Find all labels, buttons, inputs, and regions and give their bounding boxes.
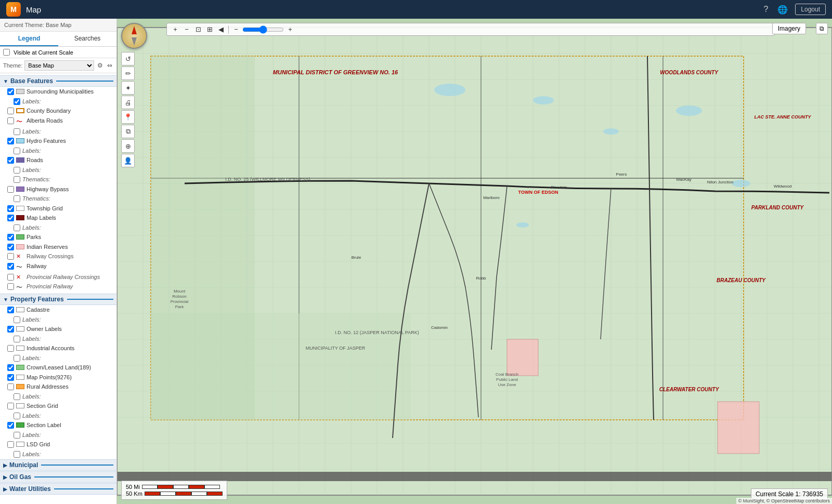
indian-reserves-symbol (16, 244, 24, 249)
legend-scroll[interactable]: ▼ Base Features Surrounding Municipaliti… (0, 73, 116, 504)
hydro-features-checkbox[interactable] (7, 138, 14, 144)
r-labels-checkbox[interactable] (14, 167, 20, 174)
alberta-roads-checkbox[interactable] (7, 117, 14, 124)
minus-button[interactable]: − (231, 25, 241, 34)
railway-crossings-checkbox[interactable] (7, 253, 14, 260)
print-tool[interactable]: 🖨 (121, 96, 135, 109)
zoom-in-tool[interactable]: ↺ (121, 52, 135, 65)
section-label-checkbox[interactable] (7, 422, 14, 429)
label-coal-branch: Coal Branch (496, 372, 518, 377)
theme-select[interactable]: Base Map (24, 60, 94, 71)
indian-reserves-checkbox[interactable] (7, 244, 14, 250)
parks-checkbox[interactable] (7, 234, 14, 241)
zoom-in-button[interactable]: + (170, 25, 180, 34)
zoom-out-button[interactable]: − (181, 25, 192, 34)
window-button[interactable]: ⧉ (816, 23, 828, 34)
edit-tool[interactable]: ✦ (121, 81, 135, 95)
c-labels-checkbox[interactable] (14, 316, 20, 323)
ra-labels-checkbox[interactable] (14, 393, 20, 400)
railway-checkbox[interactable] (7, 263, 14, 270)
section-oil-gas[interactable]: ▶ Oil Gas (0, 471, 116, 483)
scale-seg-km-3 (176, 492, 191, 496)
county-boundary-checkbox[interactable] (7, 108, 14, 114)
map-points-checkbox[interactable] (7, 374, 14, 381)
draw-tool[interactable]: ✏ (121, 67, 135, 80)
list-item: Industrial Accounts (0, 343, 116, 353)
sidebar-tabs: Legend Searches (0, 32, 116, 47)
globe-icon[interactable]: 🌐 (775, 3, 790, 17)
list-item: Labels: (0, 392, 116, 402)
tab-legend[interactable]: Legend (0, 32, 58, 46)
ml-labels-checkbox[interactable] (14, 224, 20, 231)
crown-leased-checkbox[interactable] (7, 364, 14, 371)
list-item: Labels: (0, 334, 116, 344)
hf-labels-checkbox[interactable] (14, 148, 20, 154)
prov-rc-symbol: ✕ (16, 273, 24, 282)
section-grid-checkbox[interactable] (7, 403, 14, 409)
section-property-features[interactable]: ▼ Property Features (0, 294, 116, 305)
section-base-features[interactable]: ▼ Base Features (0, 75, 116, 87)
prov-railway-checkbox[interactable] (7, 283, 14, 290)
lsd-grid-symbol (16, 442, 24, 447)
theme-settings-icon[interactable]: ⚙ (96, 61, 104, 70)
section-water-utilities[interactable]: ▶ Water Utilities (0, 483, 116, 495)
pin-tool[interactable]: 📍 (121, 110, 135, 124)
list-item: Rural Addresses (0, 382, 116, 392)
label-pinedale: Pinedale (551, 185, 567, 190)
visible-scale-checkbox[interactable] (3, 49, 10, 56)
cadastre-checkbox[interactable] (7, 307, 14, 313)
topbar: M Map ? 🌐 Logout (0, 0, 832, 19)
help-icon[interactable]: ? (761, 3, 770, 16)
section-municipal[interactable]: ▶ Municipal (0, 459, 116, 471)
sl-labels-checkbox[interactable] (14, 432, 20, 439)
r-thematics-checkbox[interactable] (14, 176, 20, 183)
label-mount-robson: Mount (174, 289, 186, 294)
lsd-grid-checkbox[interactable] (7, 441, 14, 448)
sg-labels-checkbox[interactable] (14, 413, 20, 419)
township-grid-checkbox[interactable] (7, 205, 14, 212)
tab-searches[interactable]: Searches (58, 32, 116, 46)
identify-tool[interactable]: ⊕ (121, 139, 135, 153)
label-lac-ste-anne: LAC STE. ANNE COUNTY (754, 114, 811, 120)
surrounding-municipalities-checkbox[interactable] (7, 88, 14, 95)
label-parkland: PARKLAND COUNTY (751, 205, 804, 210)
lsd-labels-checkbox[interactable] (14, 451, 20, 458)
industrial-accounts-checkbox[interactable] (7, 345, 14, 352)
map-canvas[interactable]: MUNICIPAL DISTRICT OF GREENVIEW NO. 16 W… (117, 19, 832, 504)
scale-bar: 50 Mi 50 Km (121, 481, 227, 500)
list-item: Thematics: (0, 175, 116, 184)
main-layout: Current Theme: Base Map Legend Searches … (0, 19, 832, 504)
map-area[interactable]: ↺ ✏ ✦ 🖨 📍 ⧉ ⊕ 👤 + − ⊡ ⊞ ◀ − + Imagery ⧉ (117, 19, 832, 504)
imagery-button[interactable]: Imagery (772, 23, 806, 34)
svg-point-55 (676, 105, 702, 116)
zoom-extent-button[interactable]: ⊡ (193, 25, 203, 34)
ar-labels-checkbox[interactable] (14, 128, 20, 135)
compass[interactable] (121, 23, 147, 49)
list-item: Section Label (0, 420, 116, 430)
compass-north-arrow (132, 26, 137, 34)
user-tool[interactable]: 👤 (121, 154, 135, 167)
logout-button[interactable]: Logout (795, 4, 826, 15)
svg-rect-52 (151, 56, 255, 420)
plus-button[interactable]: + (285, 25, 295, 34)
list-item: County Boundary (0, 106, 116, 116)
sm-labels-checkbox[interactable] (14, 98, 20, 105)
highway-bypass-checkbox[interactable] (7, 186, 14, 193)
label-woodlands: WOODLANDS COUNTY (660, 70, 719, 75)
owner-labels-checkbox[interactable] (7, 326, 14, 333)
ia-labels-checkbox[interactable] (14, 355, 20, 362)
roads-checkbox[interactable] (7, 157, 14, 164)
transparency-slider[interactable] (242, 25, 284, 34)
rural-addresses-checkbox[interactable] (7, 383, 14, 390)
map-labels-checkbox[interactable] (7, 215, 14, 221)
label-brazeau: BRAZEAU COUNTY (717, 277, 766, 283)
theme-split-icon[interactable]: ⇔ (106, 61, 113, 70)
hb-thematics-checkbox[interactable] (14, 195, 20, 202)
map-toolbar: + − ⊡ ⊞ ◀ − + (166, 23, 775, 36)
prov-railway-crossings-checkbox[interactable] (7, 274, 14, 281)
zoom-selected-button[interactable]: ⊞ (204, 25, 215, 34)
back-button[interactable]: ◀ (216, 25, 226, 34)
layers-tool[interactable]: ⧉ (121, 125, 135, 138)
ol-labels-checkbox[interactable] (14, 336, 20, 342)
roads-symbol (16, 157, 24, 163)
